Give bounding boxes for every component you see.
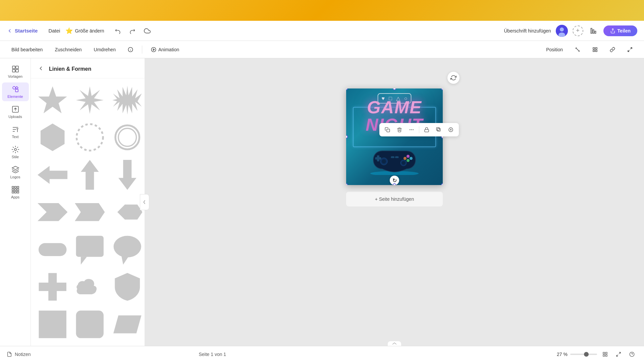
- redo-button[interactable]: [127, 25, 138, 36]
- grid-button[interactable]: [588, 45, 602, 54]
- panel-back-button[interactable]: [36, 64, 46, 74]
- handle-bot-left[interactable]: [346, 183, 348, 185]
- undo-button[interactable]: [112, 25, 123, 36]
- shape-hexagon[interactable]: [35, 120, 70, 155]
- shape-arrow-left[interactable]: [35, 157, 70, 192]
- shape-rounded-rect[interactable]: [35, 232, 70, 267]
- sidebar-item-vorlagen[interactable]: Vorlagen: [2, 62, 29, 81]
- sidebar-item-uploads[interactable]: Uploads: [2, 103, 29, 121]
- file-label: Datei: [48, 28, 60, 34]
- game-text: GAME: [346, 99, 443, 116]
- add-title-label[interactable]: Überschrift hinzufügen: [504, 28, 551, 34]
- zoom-slider[interactable]: [570, 354, 597, 355]
- sidebar-item-apps[interactable]: Apps: [2, 183, 29, 202]
- hide-panel-button[interactable]: [140, 194, 149, 210]
- shape-speech-rect[interactable]: [72, 232, 107, 267]
- collapse-button[interactable]: [388, 341, 401, 346]
- sidebar-item-stile[interactable]: Stile: [2, 143, 29, 162]
- svg-line-93: [616, 355, 618, 356]
- share-icon: [610, 28, 615, 34]
- notes-label: Notizen: [15, 352, 31, 357]
- text-icon: [11, 125, 19, 133]
- save-cloud-button[interactable]: [142, 25, 153, 36]
- svg-rect-87: [395, 156, 399, 158]
- rotate-handle[interactable]: ↻: [390, 176, 399, 185]
- shape-square[interactable]: [35, 307, 70, 342]
- sidebar-item-logos[interactable]: Logos: [2, 163, 29, 182]
- handle-top-left[interactable]: [346, 88, 348, 90]
- analytics-button[interactable]: [588, 25, 599, 36]
- crop-button[interactable]: Zuschneiden: [50, 45, 86, 54]
- share-label: Teilen: [618, 28, 631, 34]
- share-button[interactable]: Teilen: [603, 25, 637, 36]
- add-collaborator-button[interactable]: +: [573, 25, 583, 36]
- shape-diamond-arrow[interactable]: [110, 194, 145, 230]
- handle-top-mid[interactable]: [393, 88, 396, 90]
- add-page-button[interactable]: + Seite hinzufügen: [346, 192, 443, 206]
- file-menu[interactable]: Datei: [48, 28, 60, 34]
- animation-button[interactable]: Animation: [146, 45, 184, 54]
- add-to-button[interactable]: [445, 124, 456, 135]
- shape-arrow-forward[interactable]: [72, 194, 107, 230]
- shape-rounded-square[interactable]: [72, 307, 107, 342]
- zoom-thumb[interactable]: [584, 352, 589, 357]
- svg-point-23: [14, 148, 16, 150]
- shape-arrow-up[interactable]: [72, 157, 107, 192]
- avatar[interactable]: [556, 25, 568, 37]
- shape-burst[interactable]: [110, 82, 145, 118]
- handle-bot-right[interactable]: [441, 183, 443, 185]
- grid-icon: [592, 47, 598, 52]
- lock-button[interactable]: [421, 124, 432, 135]
- svg-marker-64: [113, 315, 141, 334]
- fullscreen-view-button[interactable]: [613, 349, 624, 360]
- shape-star-8[interactable]: [72, 82, 107, 118]
- svg-rect-81: [375, 157, 381, 160]
- shape-arrow-down[interactable]: [110, 157, 145, 192]
- svg-marker-59: [121, 255, 129, 264]
- shape-chevron-right[interactable]: [35, 194, 70, 230]
- position-button[interactable]: Position: [541, 45, 568, 54]
- shape-parallelogram[interactable]: [110, 307, 145, 342]
- help-button[interactable]: [627, 349, 637, 360]
- delete-button[interactable]: [394, 124, 405, 135]
- info-button[interactable]: [123, 45, 138, 54]
- shape-circle-dotted[interactable]: [72, 120, 107, 155]
- svg-rect-13: [595, 50, 597, 52]
- svg-point-1: [560, 27, 564, 32]
- left-sidebar: Vorlagen Elemente Uploads Text Stile: [0, 58, 31, 346]
- fullscreen-button[interactable]: [623, 45, 637, 54]
- design-canvas[interactable]: ♥ □ △ ○ GAME NIGHT: [346, 88, 443, 185]
- link-button[interactable]: [605, 45, 620, 54]
- svg-point-67: [411, 129, 412, 130]
- edit-image-button[interactable]: Bild bearbeiten: [7, 45, 47, 54]
- sidebar-item-elemente[interactable]: Elemente: [2, 82, 29, 101]
- shape-cross[interactable]: [35, 269, 70, 304]
- grid-view-button[interactable]: [600, 349, 610, 360]
- ctx-separator: [419, 126, 419, 133]
- duplicate-button[interactable]: [433, 124, 444, 135]
- more-options-button[interactable]: [406, 124, 417, 135]
- shape-badge[interactable]: [110, 120, 145, 155]
- page-indicator: Seite 1 von 1: [199, 352, 226, 357]
- shape-shield[interactable]: [110, 269, 145, 304]
- home-button[interactable]: Startseite: [7, 28, 38, 34]
- info-icon: [128, 47, 133, 52]
- shape-speech-bubble[interactable]: [110, 232, 145, 267]
- panel-title: Linien & Formen: [49, 66, 91, 72]
- header-right: Überschrift hinzufügen + Teilen: [504, 25, 638, 37]
- handle-top-right[interactable]: [441, 88, 443, 90]
- sidebar-item-text[interactable]: Text: [2, 123, 29, 141]
- flip-button[interactable]: Umdrehen: [89, 45, 120, 54]
- copy-button[interactable]: [382, 124, 393, 135]
- notes-button[interactable]: Notizen: [7, 352, 31, 357]
- svg-rect-56: [76, 236, 104, 257]
- svg-point-83: [410, 157, 413, 160]
- top-banner: [0, 0, 644, 21]
- shape-cloud[interactable]: [72, 269, 107, 304]
- refresh-button[interactable]: [447, 72, 460, 84]
- resize-button[interactable]: ⭐ Größe ändern: [65, 27, 104, 35]
- elements-icon: [11, 85, 19, 93]
- handle-mid-left[interactable]: [346, 135, 348, 138]
- crop-right-button[interactable]: [570, 45, 585, 54]
- shape-star-4[interactable]: [35, 82, 70, 118]
